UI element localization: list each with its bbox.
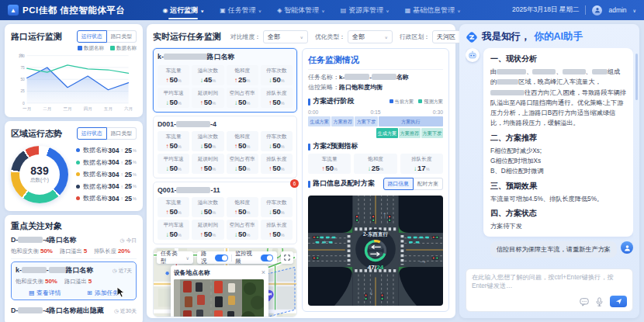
task-card[interactable]: D001--4 车流量 ↑50% 溢出次数 ↓50% 饱和度 ↑50% [153, 116, 297, 178]
close-icon[interactable]: × [261, 269, 265, 276]
city-map[interactable]: 任务类型∨ 路况 监控视频 [153, 248, 297, 317]
tab-intersection-info[interactable]: 路口信息 [383, 178, 414, 190]
legend-delta: 25 [125, 171, 132, 178]
predict-plan-stages: 生成方案方案推荐方案下发 [376, 128, 443, 138]
filter-label: 对比维度： [230, 33, 261, 41]
legend-dot [76, 148, 80, 152]
legend-dot [76, 196, 80, 200]
tab-run-status[interactable]: 运行状态 [77, 30, 107, 43]
section-bar [308, 181, 310, 188]
task-card[interactable]: 6 Q001--11 车流量 ↑50% 溢出次数 ↓50% 饱和度 ↑50% [153, 182, 297, 244]
nav-item-label: 任务管理 [228, 5, 256, 16]
trend-arrow-icon: ↓ [414, 165, 417, 172]
username[interactable]: admin [608, 6, 626, 14]
task-type-select[interactable]: 任务类型∨ [157, 251, 193, 264]
nav-item[interactable]: ▣ 任务管理 ∨ [220, 0, 261, 20]
clock-icon: ◷ [113, 268, 117, 273]
east-arrow: → [417, 255, 427, 266]
filter-label: 优化类型： [315, 33, 345, 41]
chat-input[interactable] [472, 273, 627, 296]
legend-series-1: 数据名称 [78, 45, 104, 52]
app-title: PCI佳都 信控智能体平台 [23, 5, 125, 16]
focus-item[interactable]: D--4路口名称超出隐藏 ◷ 近30天 [11, 303, 137, 319]
metric-box: 平均车速 ↓50% [158, 220, 189, 240]
tab-intersection-type[interactable]: 路口类型 [107, 30, 137, 43]
focus-item-selected[interactable]: k--路口名称 ◷ 近7天 饱和度失衡50%路口溢出5 ▤查看详情 ⊞添加任务 [11, 261, 137, 300]
detail-icon: ▤ [29, 289, 34, 296]
current-date: 2025年3月18日 星期二 [512, 5, 579, 15]
trend-arrow-icon: ↓ [200, 143, 203, 150]
trend-arrow-icon: ↓ [268, 143, 272, 150]
task-card[interactable]: k-路口名称 车流量 ↑50% 溢出次数 ↓45% 饱和度 ↑25% [153, 48, 297, 113]
chevron-down-icon: ∨ [186, 255, 189, 261]
add-task-button[interactable]: ⊞添加任务 [87, 289, 119, 297]
fullscreen-icon[interactable] [281, 251, 293, 264]
nav-item[interactable]: ◉ 运行监测 ∨ [162, 0, 204, 20]
nav-item-icon: ▣ [220, 7, 226, 14]
redacted-text [563, 69, 586, 74]
svg-text:二月: 二月 [43, 106, 51, 112]
stage-box: 方案下发 [421, 128, 443, 138]
card-title: 路口运行监测 [11, 31, 62, 43]
effect-heading: 三、预期效果 [490, 181, 626, 192]
scrollbar[interactable] [635, 54, 638, 100]
tab-intersection-type[interactable]: 路口类型 [107, 127, 137, 140]
chat-input-box [466, 268, 633, 312]
focus-item-name: D--4路口名称 [11, 236, 76, 245]
svg-text:一月: 一月 [23, 106, 31, 112]
filter-select[interactable]: 全部∨ [263, 30, 308, 43]
metric-box: 饱和度 ↑25% [227, 65, 258, 85]
send-button[interactable] [610, 296, 627, 307]
metric-box: 延误时间 ↑50% [192, 88, 223, 108]
redacted-text [176, 121, 210, 127]
nav-item[interactable]: ▤ 资源库管理 ∨ [341, 0, 390, 20]
info-tabs: 路口信息 配时方案 [383, 178, 443, 190]
metric-box: 溢出次数 ↓50% [192, 197, 223, 217]
view-detail-button[interactable]: ▤查看详情 [29, 289, 61, 297]
legend-row: 数据名称 304 ↑ 25 % [76, 181, 137, 193]
tick-label: 0:15 [370, 109, 380, 115]
nav-item-label: 智能体管理 [284, 5, 319, 16]
metric-box: 饱和度 ↑50% [227, 131, 258, 151]
nav-item[interactable]: ◈ 智能体管理 ∨ [277, 0, 325, 20]
trend-arrow-icon: ↓ [234, 231, 237, 238]
nav-item-icon: ▦ [405, 7, 411, 14]
filter-select[interactable]: 全部∨ [348, 30, 393, 43]
legend-swatch [418, 99, 422, 103]
countdown: 47/24 [368, 264, 384, 271]
traffic-toggle[interactable] [215, 254, 228, 261]
section-title: 方案进行阶段 [313, 97, 390, 106]
divider [585, 5, 586, 15]
donut-total-label: 总数(个) [30, 177, 49, 184]
metric-box: 排队长度 ↑50% [261, 154, 293, 174]
nav-item[interactable]: ▦ 基础信息管理 ∨ [405, 0, 461, 20]
trend-arrow-icon: ↑ [268, 99, 272, 106]
user-avatar[interactable] [592, 5, 602, 16]
recommendation-line: B、D相位配时微调 [490, 166, 626, 176]
focus-targets-card: 重点关注对象 D--4路口名称 ◷ 今日 饱和度失衡50%路口溢出5排队长度20… [5, 215, 143, 322]
focus-item[interactable]: D--4路口名称 ◷ 今日 饱和度失衡50%路口溢出5排队长度20% [11, 232, 137, 259]
chat-bubble-icon[interactable] [580, 297, 589, 306]
legend-delta: 25 [125, 195, 132, 203]
tab-timing-plan[interactable]: 配时方案 [414, 178, 443, 190]
stage-box: 方案推荐 [399, 128, 421, 138]
metric-box: 平均车速 ↓50% [158, 154, 189, 174]
legend-swatch [78, 46, 82, 50]
person-icon [594, 7, 601, 13]
legend-delta: 25 [125, 147, 132, 154]
intersection-monitor-card: 路口运行监测 运行状态 路口类型 数据名称 数据名称 0255075100%一月… [5, 24, 143, 117]
effect-body: 车流量可增加4.5%、排队长度降低5%。 [490, 194, 626, 204]
microphone-icon[interactable] [595, 297, 604, 306]
metric-box: 排队长度 ↓17% [400, 154, 443, 174]
svg-text:25: 25 [20, 89, 25, 93]
trend-arrow-icon: ↓ [234, 165, 237, 172]
tab-run-status[interactable]: 运行状态 [77, 127, 107, 140]
trend-arrow-icon: ↑ [234, 143, 237, 150]
stage-box: 生成方案 [376, 128, 398, 138]
video-toggle[interactable] [261, 254, 274, 261]
metric-box: 停车次数 ↓50% [261, 131, 293, 151]
legend-unit: % [133, 148, 137, 153]
trend-arrow-icon: ↓ [368, 165, 371, 172]
stage-legend: 当前方案预测方案 [390, 99, 444, 106]
legend-swatch [110, 46, 115, 50]
